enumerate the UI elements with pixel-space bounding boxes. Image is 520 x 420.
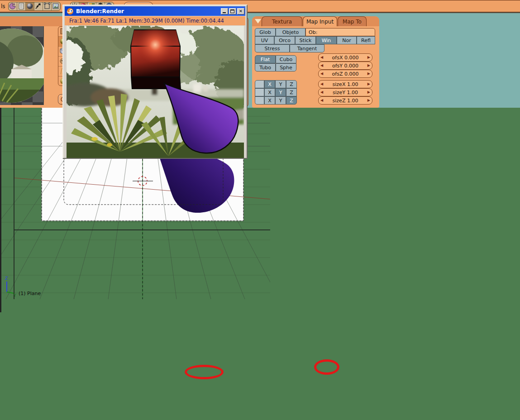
tab-map-to[interactable]: Map To — [338, 16, 367, 26]
stick-toggle[interactable]: Stick — [295, 36, 316, 44]
svg-text:Z: Z — [5, 276, 8, 281]
objeto-toggle[interactable]: Objeto — [276, 28, 305, 36]
blender-app: Z Y (1) Plane — [0, 0, 520, 420]
context-buttons — [8, 2, 61, 11]
tangent-toggle[interactable]: Tangent — [290, 44, 324, 52]
render-window: Blender:Render ✕ Fra:1 Ve:46 Fa:71 La:1 … — [62, 5, 248, 159]
axis-x1[interactable]: X — [264, 80, 275, 88]
maximize-button[interactable] — [229, 8, 236, 14]
axis-blank-3[interactable] — [255, 96, 264, 105]
window-title: Blender:Render — [76, 8, 124, 14]
tab-textura[interactable]: Textura — [262, 16, 302, 26]
axis-blank-2[interactable] — [255, 88, 264, 96]
scene-context-icon[interactable] — [52, 2, 60, 10]
blender-logo-icon — [67, 8, 74, 15]
uv-toggle[interactable]: UV — [255, 36, 274, 44]
axis-y1[interactable]: Y — [275, 80, 286, 88]
svg-text:Y: Y — [13, 293, 16, 298]
minimize-button[interactable] — [221, 8, 228, 14]
panels-menu-partial[interactable]: ls — [1, 3, 5, 10]
object-context-icon[interactable] — [34, 2, 43, 10]
ofsx-field[interactable]: ◀ofsX 0.000▶ — [318, 53, 372, 62]
texture-collapse-icon[interactable] — [255, 19, 261, 24]
axis-y3[interactable]: Y — [275, 96, 286, 105]
axis-y2[interactable]: Y — [275, 88, 286, 96]
win-toggle[interactable]: Win — [316, 36, 337, 44]
editing-context-icon[interactable] — [43, 2, 52, 10]
sizez-field[interactable]: ◀sizeZ 1.00▶ — [318, 96, 372, 105]
script-context-icon[interactable] — [17, 2, 26, 10]
sizex-field[interactable]: ◀sizeX 1.00▶ — [318, 80, 372, 88]
sphe-toggle[interactable]: Sphe — [276, 63, 296, 72]
stress-toggle[interactable]: Stress — [255, 44, 290, 52]
axis-x2[interactable]: X — [264, 88, 275, 96]
tubo-toggle[interactable]: Tubo — [255, 63, 276, 72]
ofsy-field[interactable]: ◀ofsY 0.000▶ — [318, 62, 372, 70]
axis-x3[interactable]: X — [264, 96, 275, 105]
flat-toggle[interactable]: Flat — [255, 55, 276, 63]
object-label-right: (1) Plane — [19, 291, 41, 296]
render-result-image — [67, 26, 244, 158]
ofsz-field[interactable]: ◀ofsZ 0.000▶ — [318, 70, 372, 78]
orco-toggle[interactable]: Orco — [274, 36, 295, 44]
material-preview-image — [0, 26, 44, 105]
axis-blank-1[interactable] — [255, 80, 264, 88]
ob-field[interactable]: Ob: — [305, 28, 375, 36]
render-stats: Fra:1 Ve:46 Fa:71 La:1 Mem:30.29M (0.00M… — [69, 18, 224, 24]
annotation-win — [314, 359, 339, 375]
tab-map-input[interactable]: Map Input — [303, 16, 337, 26]
glob-toggle[interactable]: Glob — [255, 28, 276, 36]
rendered-cube — [130, 26, 181, 89]
axis-z3[interactable]: Z — [286, 96, 297, 105]
refl-toggle[interactable]: Refl — [357, 36, 375, 44]
annotation-shadeless — [185, 365, 224, 379]
nor-toggle[interactable]: Nor — [337, 36, 357, 44]
render-window-titlebar[interactable]: Blender:Render ✕ — [65, 6, 245, 16]
shading-context-icon[interactable] — [26, 2, 34, 10]
logic-context-icon[interactable] — [9, 2, 17, 10]
texture-panel: Textura Map Input Map To Glob Objeto Ob:… — [252, 16, 379, 108]
axis-z1[interactable]: Z — [286, 80, 297, 88]
axis-z2[interactable]: Z — [286, 88, 297, 96]
render-stats-bar: Fra:1 Ve:46 Fa:71 La:1 Mem:30.29M (0.00M… — [65, 16, 245, 25]
sizey-field[interactable]: ◀sizeY 1.00▶ — [318, 88, 372, 96]
cubo-toggle[interactable]: Cubo — [276, 55, 296, 63]
close-button[interactable]: ✕ — [237, 8, 244, 14]
